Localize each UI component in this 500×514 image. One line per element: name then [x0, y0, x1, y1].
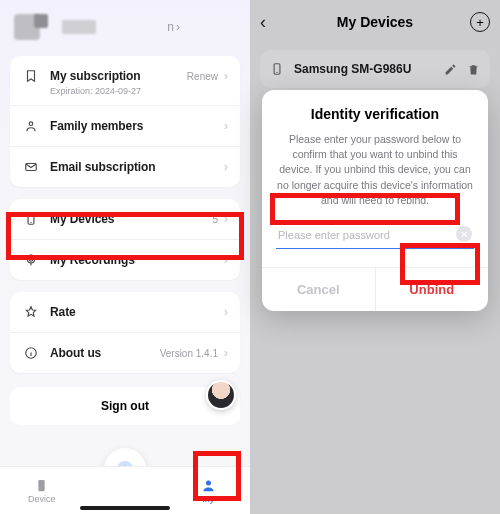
password-input[interactable]: [276, 222, 474, 249]
label: Sign out: [101, 399, 149, 413]
menu-about-us[interactable]: About us Version 1.4.1 ›: [10, 332, 240, 373]
chevron-right-icon: ›: [224, 212, 228, 226]
expiration-text: Expiration: 2024-09-27: [50, 86, 141, 96]
svg-point-6: [206, 480, 211, 485]
mail-icon: [22, 160, 40, 174]
support-avatar[interactable]: [206, 380, 236, 410]
modal-actions: Cancel Unbind: [262, 267, 488, 311]
label: Device: [28, 494, 56, 504]
profile-chevron: n›: [167, 20, 180, 34]
unbind-button[interactable]: Unbind: [376, 268, 489, 311]
identity-verification-modal: Identity verification Please enter your …: [262, 90, 488, 311]
label: Rate: [50, 305, 76, 319]
bookmark-icon: [22, 69, 40, 83]
device-count: 5: [212, 214, 218, 225]
chevron-right-icon: ›: [224, 346, 228, 360]
tab-bar: Device My: [0, 444, 250, 514]
username-blur: [62, 20, 96, 34]
modal-title: Identity verification: [276, 106, 474, 122]
label: My Recordings: [50, 253, 135, 267]
mic-icon: [22, 253, 40, 267]
label: About us: [50, 346, 101, 360]
my-devices-screen: ‹ My Devices + Samsung SM-G986U Identity…: [250, 0, 500, 514]
menu-card-2: My Devices 5 › My Recordings ›: [10, 199, 240, 280]
info-icon: [22, 346, 40, 360]
clear-input-icon[interactable]: ✕: [456, 226, 472, 242]
renew-hint: Renew: [187, 71, 218, 82]
menu-email-subscription[interactable]: Email subscription ›: [10, 146, 240, 187]
menu-my-devices[interactable]: My Devices 5 ›: [10, 199, 240, 239]
chevron-right-icon: ›: [224, 69, 228, 83]
chevron-right-icon: ›: [224, 253, 228, 267]
menu-my-recordings[interactable]: My Recordings ›: [10, 239, 240, 280]
svg-point-0: [29, 122, 33, 126]
svg-rect-5: [39, 479, 45, 490]
chevron-right-icon: ›: [224, 119, 228, 133]
avatar-blur-small: [34, 14, 48, 28]
label: My: [202, 494, 214, 504]
label: Email subscription: [50, 160, 156, 174]
label: Family members: [50, 119, 143, 133]
person-tab-icon: [201, 478, 216, 493]
home-indicator: [80, 506, 170, 510]
device-tab-icon: [34, 478, 49, 493]
settings-screen: n› My subscription Expiration: 2024-09-2…: [0, 0, 250, 514]
tab-my[interactable]: My: [167, 467, 250, 514]
chevron-right-icon: ›: [224, 160, 228, 174]
device-icon: [22, 212, 40, 226]
tab-device[interactable]: Device: [0, 467, 83, 514]
menu-card-1: My subscription Expiration: 2024-09-27 R…: [10, 56, 240, 187]
menu-my-subscription[interactable]: My subscription Expiration: 2024-09-27 R…: [10, 56, 240, 105]
menu-family-members[interactable]: Family members ›: [10, 105, 240, 146]
menu-card-3: Rate › About us Version 1.4.1 ›: [10, 292, 240, 373]
family-icon: [22, 119, 40, 133]
star-icon: [22, 305, 40, 319]
label: My subscription: [50, 69, 141, 83]
cancel-button[interactable]: Cancel: [262, 268, 376, 311]
chevron-right-icon: ›: [224, 305, 228, 319]
svg-rect-3: [29, 255, 33, 261]
label: My Devices: [50, 212, 114, 226]
version-text: Version 1.4.1: [160, 348, 218, 359]
menu-rate[interactable]: Rate ›: [10, 292, 240, 332]
profile-header[interactable]: n›: [0, 0, 250, 50]
modal-body: Please enter your password below to conf…: [276, 132, 474, 208]
